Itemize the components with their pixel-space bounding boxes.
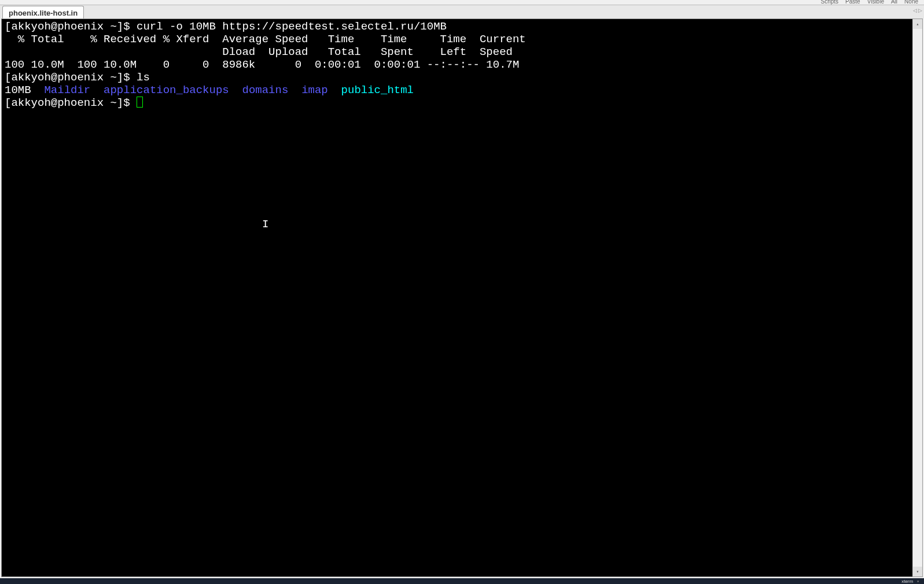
terminal-line: [akkyoh@phoenix ~]$ xyxy=(5,97,910,109)
shell-prompt: [akkyoh@phoenix ~]$ xyxy=(5,71,137,84)
tab-next-icon[interactable]: ▷ xyxy=(918,8,923,13)
ls-directory: Maildir xyxy=(44,84,90,97)
top-toolbar: Scripts Paste Visible All None xyxy=(819,0,924,5)
terminal-line: [akkyoh@phoenix ~]$ ls xyxy=(5,71,910,84)
tab-bar: phoenix.lite-host.in ◁ ▷ xyxy=(0,5,924,19)
scroll-up-icon[interactable]: ▴ xyxy=(913,19,922,29)
tab-label: phoenix.lite-host.in xyxy=(9,9,78,17)
command-text: ls xyxy=(137,71,150,84)
paste-button[interactable]: Paste xyxy=(843,0,863,3)
scrollbar[interactable]: ▴ ▾ xyxy=(912,19,922,576)
cursor-icon xyxy=(137,97,143,108)
command-text: curl -o 10MB https://speedtest.selectel.… xyxy=(137,20,447,33)
terminal-line: % Total % Received % Xferd Average Speed… xyxy=(5,33,910,46)
terminal-line: [akkyoh@phoenix ~]$ curl -o 10MB https:/… xyxy=(5,20,910,33)
terminal-container: [akkyoh@phoenix ~]$ curl -o 10MB https:/… xyxy=(1,19,923,577)
terminal-line: 10MB Maildir application_backups domains… xyxy=(5,84,910,97)
terminal-line: 100 10.0M 100 10.0M 0 0 8986k 0 0:00:01 … xyxy=(5,58,910,71)
status-encoding: xterm xyxy=(901,579,913,584)
ls-directory: application_backups xyxy=(104,84,229,97)
ls-directory: imap xyxy=(301,84,328,97)
scroll-down-icon[interactable]: ▾ xyxy=(913,567,922,576)
scroll-track[interactable] xyxy=(913,29,922,567)
tab-session[interactable]: phoenix.lite-host.in xyxy=(2,6,84,19)
ls-file: 10MB xyxy=(5,84,31,97)
shell-prompt: [akkyoh@phoenix ~]$ xyxy=(5,20,137,33)
terminal[interactable]: [akkyoh@phoenix ~]$ curl -o 10MB https:/… xyxy=(2,19,912,576)
status-bar: xterm ▾ xyxy=(0,578,924,584)
shell-prompt: [akkyoh@phoenix ~]$ xyxy=(5,97,137,109)
text-caret-icon xyxy=(262,218,263,230)
visible-button[interactable]: Visible xyxy=(865,0,886,3)
none-button[interactable]: None xyxy=(902,0,921,3)
terminal-line: Dload Upload Total Spent Left Speed xyxy=(5,46,910,58)
scripts-button[interactable]: Scripts xyxy=(819,0,841,3)
ls-directory: domains xyxy=(242,84,289,97)
all-button[interactable]: All xyxy=(889,0,900,3)
tab-nav-arrows: ◁ ▷ xyxy=(912,8,923,13)
chevron-down-icon[interactable]: ▾ xyxy=(916,579,919,584)
ls-symlink: public_html xyxy=(341,84,414,97)
tab-prev-icon[interactable]: ◁ xyxy=(912,8,918,13)
